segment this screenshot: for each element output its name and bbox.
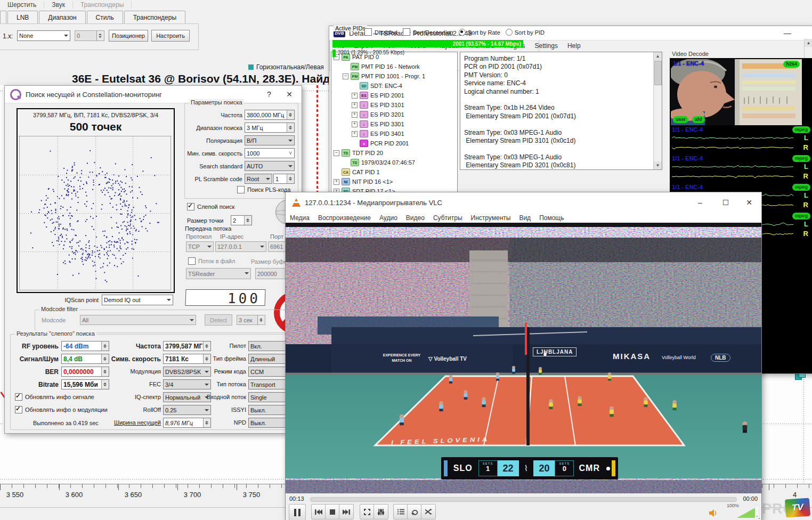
tree-expander-icon[interactable]: + <box>352 131 358 137</box>
video-area[interactable]: EXPERIENCE EVERY MATCH ON ▽ Volleyball T… <box>286 223 761 493</box>
sort-by-rate-radio[interactable]: Sort by Rate <box>459 29 500 36</box>
next-button[interactable] <box>339 504 354 519</box>
spinner-arrows-icon[interactable] <box>244 216 251 225</box>
tree-node[interactable]: +ESES PID 2001 <box>331 91 457 100</box>
result-label: FEC <box>110 381 161 387</box>
volume-control[interactable]: 100% <box>709 503 758 519</box>
previous-button[interactable] <box>311 504 326 519</box>
vlc-titlebar[interactable]: 127.0.0.1:1234 - Медиапроигрыватель VLC … <box>286 192 761 213</box>
bg-tab-stub[interactable] <box>0 11 6 23</box>
bg-tab-lnb[interactable]: LNB <box>7 11 38 23</box>
close-button[interactable]: ✕ <box>281 86 297 103</box>
tree-node[interactable]: SDSDT: ENC-4 <box>331 81 457 91</box>
update-signal-checkbox[interactable]: Обновлять инфо сигнале <box>15 393 94 401</box>
menu-item[interactable]: Инструменты <box>467 214 515 222</box>
menu-help[interactable]: Help <box>563 41 586 51</box>
minimize-button[interactable]: – <box>692 192 708 213</box>
tree-expander-icon[interactable]: + <box>334 179 339 185</box>
menu-item[interactable]: Медиа <box>286 214 314 222</box>
point-size-spinner[interactable]: 2 <box>231 215 252 225</box>
tree-node[interactable]: PMPMT PID 16 - Network <box>331 62 457 71</box>
tree-expander-icon[interactable]: − <box>343 74 348 79</box>
result-label: Симв. скорость <box>110 355 161 363</box>
positioner-button[interactable]: Позиционер <box>109 30 148 42</box>
bg-menu-item[interactable]: Шерстить <box>0 1 44 9</box>
iqscan-dropdown[interactable]: Demod IQ out <box>102 295 173 305</box>
serve-indicator-icon <box>606 467 610 470</box>
ip-address-dropdown[interactable]: 127.0.0.1 <box>215 241 266 252</box>
loop-button[interactable] <box>407 504 422 519</box>
param-spin[interactable]: 3 МГц <box>245 123 295 133</box>
bg-tab-стиль[interactable]: Стиль <box>87 11 123 23</box>
tree-node[interactable]: CACAT PID 1 <box>331 167 457 177</box>
update-modulation-checkbox[interactable]: Обновлять инфо о модуляции <box>15 406 108 413</box>
disabled-checkbox[interactable]: Disabled <box>364 28 397 36</box>
param-dd[interactable]: В/П <box>245 135 295 145</box>
spinner-arrows-icon[interactable] <box>96 31 104 40</box>
minimize-button[interactable]: — <box>779 26 795 40</box>
tree-node[interactable]: +♪ES PID 3401 <box>331 129 457 139</box>
sort-descending-checkbox[interactable]: Sort Decending <box>403 28 453 36</box>
resize-grip[interactable] <box>756 515 760 519</box>
protocol-dropdown[interactable]: TCP <box>186 241 214 252</box>
sort-by-pid-radio[interactable]: Sort by PID <box>506 29 545 36</box>
pls-search-checkbox[interactable]: Поиск PLS-кода <box>237 186 290 193</box>
tree-expander-icon[interactable]: + <box>352 93 358 99</box>
param-combo[interactable]: 1000˅ <box>245 148 295 158</box>
info-scrollbar[interactable]: ▲▼ <box>653 52 662 169</box>
reader-dropdown[interactable]: TSReader <box>186 268 251 279</box>
tree-expander-icon[interactable]: + <box>352 112 358 118</box>
lock-counter-display: 100 <box>185 289 265 306</box>
stop-button[interactable] <box>325 504 340 519</box>
playlist-button[interactable] <box>393 504 408 519</box>
blind-search-checkbox[interactable]: Слепой поиск <box>187 203 234 210</box>
tree-node[interactable]: ●PCR PID 2001 <box>331 139 457 148</box>
menu-item[interactable]: Аудио <box>375 214 402 222</box>
pid-tree[interactable]: −PAPAT PID 0PMPMT PID 16 - Network−PMPMT… <box>331 52 458 214</box>
bg-tab-диапазон[interactable]: Диапазон <box>39 11 85 23</box>
menu-item[interactable]: Помощь <box>535 214 568 222</box>
bg-tab-транспондеры[interactable]: Транспондеры <box>124 11 185 23</box>
tree-expander-icon[interactable]: − <box>334 150 339 156</box>
position-spinner[interactable]: 0 <box>75 30 104 41</box>
tree-node[interactable]: +♪ES PID 3301 <box>331 119 457 129</box>
help-button[interactable]: ? <box>261 86 277 103</box>
random-button[interactable] <box>421 504 436 519</box>
tree-node[interactable]: TD1979/03/24 07:46:57 <box>331 158 457 167</box>
tree-node[interactable]: −TDTDT PID 20 <box>331 148 457 158</box>
seek-bar[interactable] <box>310 497 737 502</box>
detect-interval-spinner[interactable]: 3 сек <box>237 315 265 325</box>
pause-button[interactable] <box>289 504 306 520</box>
bg-menu-item[interactable]: Транспондеры <box>73 1 132 9</box>
ad-board-text: LJUBLJANA <box>533 347 576 356</box>
menu-item[interactable]: Вид <box>515 214 535 222</box>
info-line <box>464 120 651 128</box>
menu-item[interactable]: Видео <box>402 214 429 222</box>
dialog-titlebar[interactable]: Поиск несущей и Constellation-мониторинг… <box>5 86 302 103</box>
fullscreen-button[interactable] <box>360 504 375 519</box>
detect-button[interactable]: Detect <box>205 314 232 326</box>
param-spin[interactable]: 3800,000 МГц <box>245 110 295 120</box>
tree-node[interactable]: +♪ES PID 3101 <box>331 100 457 110</box>
param-dd[interactable]: AUTO <box>245 161 295 171</box>
tree-node[interactable]: −PMPMT PID 1001 - Progr. 1 <box>331 71 457 81</box>
menu-item[interactable]: Воспроизведение <box>314 214 375 222</box>
diseqc-dropdown[interactable]: None <box>17 30 70 41</box>
bg-menu-item[interactable]: Звук <box>44 1 73 9</box>
modcode-dropdown[interactable]: All <box>80 315 196 325</box>
menu-item[interactable]: Субтитры <box>429 214 467 222</box>
extended-settings-button[interactable] <box>373 504 388 519</box>
pl-code-spinner[interactable]: 1 <box>273 174 295 184</box>
volume-slider[interactable] <box>737 506 758 518</box>
tree-node[interactable]: +NINIT PID 16 <1> <box>331 177 457 186</box>
stream-to-file-checkbox[interactable]: Поток в файл <box>188 257 235 265</box>
result-label: Тип фрейма <box>178 355 246 362</box>
tree-node[interactable]: +♪ES PID 3201 <box>331 110 457 119</box>
tree-expander-icon[interactable]: + <box>352 121 358 127</box>
close-button[interactable]: ✕ <box>741 192 757 213</box>
tree-expander-icon[interactable]: + <box>352 102 358 108</box>
pl-scramble-dropdown[interactable]: Root <box>245 174 272 184</box>
tune-button[interactable]: Настроить <box>151 30 190 42</box>
menu-settings[interactable]: Settings <box>530 41 563 51</box>
maximize-button[interactable]: ☐ <box>718 192 734 213</box>
